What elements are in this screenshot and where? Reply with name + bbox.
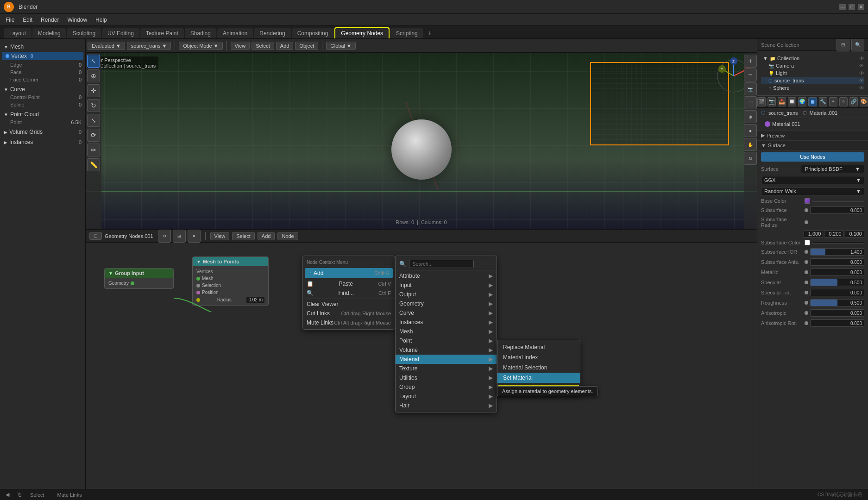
light-vis-icon[interactable]: 👁 <box>859 70 864 76</box>
mesh-to-points-node[interactable]: ▼ Mesh to Points Vertices Mesh <box>192 256 269 306</box>
tab-compositing[interactable]: Compositing <box>292 28 334 38</box>
sub-item-group[interactable]: Group ▶ <box>396 382 497 392</box>
cursor-tool-button[interactable]: ⊕ <box>87 69 100 82</box>
node-close-icon[interactable]: ✕ <box>188 230 201 243</box>
menu-render[interactable]: Render <box>37 16 63 24</box>
sub-item-hair[interactable]: Hair ▶ <box>396 401 497 410</box>
metallic-bar[interactable]: 0.000 <box>810 269 864 276</box>
source-trans-vis-icon[interactable]: 👁 <box>859 78 864 83</box>
props-physics-btn[interactable]: ⚛ <box>839 97 848 106</box>
surface-section-header[interactable]: ▼ Surface <box>757 141 868 150</box>
global-dropdown[interactable]: Global ▼ <box>326 42 356 50</box>
sub-item-layout[interactable]: Layout ▶ <box>396 392 497 401</box>
specular-tint-bar[interactable]: 0.000 <box>810 289 864 296</box>
surface-shader-dropdown[interactable]: Principled BSDF ▼ <box>801 165 864 173</box>
tab-layout[interactable]: Layout <box>4 28 31 38</box>
tab-texture-paint[interactable]: Texture Paint <box>140 28 184 38</box>
menu-window[interactable]: Window <box>63 16 91 24</box>
specular-bar[interactable]: 0.500 <box>810 279 864 286</box>
props-constraints-btn[interactable]: 🔗 <box>849 97 858 106</box>
rotate-tool-button[interactable]: ↻ <box>87 99 100 112</box>
source-trans-dropdown[interactable]: source_trans ▼ <box>127 42 171 50</box>
transform-tool-button[interactable]: ⟳ <box>87 129 100 142</box>
3d-viewport[interactable]: User Perspective (1) Collection | source… <box>86 53 757 229</box>
maximize-button[interactable]: □ <box>849 4 855 10</box>
material-index-item[interactable]: Material Index <box>497 352 580 362</box>
menu-file[interactable]: File <box>2 16 18 24</box>
ctx-mute-links-item[interactable]: Mute Links Ctrl Alt drag-Right Mouse <box>303 318 395 327</box>
sub-item-instances[interactable]: Instances ▶ <box>396 318 497 327</box>
subsurface-radius-x[interactable]: 1.000 <box>804 230 823 238</box>
sub-item-volume[interactable]: Volume ▶ <box>396 345 497 355</box>
ctx-find-item[interactable]: 🔍 Find... Ctrl F <box>303 288 395 298</box>
props-output-btn[interactable]: 📤 <box>778 97 786 106</box>
vertex-row[interactable]: Vertex 0 <box>2 52 83 60</box>
menu-help[interactable]: Help <box>92 16 111 24</box>
sub-item-mesh[interactable]: Mesh ▶ <box>396 327 497 336</box>
mesh-header[interactable]: ▼ Mesh <box>0 43 85 51</box>
replace-material-item[interactable]: Replace Material <box>497 342 580 352</box>
measure-tool-button[interactable]: 📏 <box>87 158 100 171</box>
ctx-paste-item[interactable]: 📋 Paste Ctrl V <box>303 279 395 288</box>
anisotropic-rot-bar[interactable]: 0.000 <box>810 319 864 327</box>
props-render-btn[interactable]: 📷 <box>767 97 776 106</box>
subsurface-anis-bar[interactable]: 0.000 <box>810 258 864 266</box>
scene-item-source-trans[interactable]: ⬡ source_trans 👁 <box>761 77 864 84</box>
use-nodes-button[interactable]: Use Nodes <box>761 152 864 162</box>
object-menu[interactable]: Object <box>295 42 318 50</box>
random-walk-dropdown[interactable]: Random Walk ▼ <box>761 187 864 195</box>
tab-sculpting[interactable]: Sculpting <box>67 28 101 38</box>
props-particles-btn[interactable]: ✦ <box>829 97 837 106</box>
node-select-menu[interactable]: Select <box>232 232 255 240</box>
menu-edit[interactable]: Edit <box>19 16 36 24</box>
node-copy-icon[interactable]: ⊞ <box>173 230 186 243</box>
tab-modeling[interactable]: Modeling <box>32 28 66 38</box>
sub-item-geometry[interactable]: Geometry ▶ <box>396 299 497 308</box>
subsurface-radius-y[interactable]: 0.200 <box>824 230 843 238</box>
scale-tool-button[interactable]: ⤡ <box>87 114 100 127</box>
props-view-layer-btn[interactable]: 🔲 <box>788 97 796 106</box>
zoom-in-button[interactable]: + <box>744 55 757 68</box>
node-link-icon[interactable]: ⟲ <box>158 230 171 243</box>
tab-scripting[interactable]: Scripting <box>390 28 423 38</box>
tab-shading[interactable]: Shading <box>185 28 216 38</box>
pan-button[interactable]: ✋ <box>744 138 757 151</box>
props-modifier-btn[interactable]: 🔧 <box>819 97 827 106</box>
tab-geometry-nodes[interactable]: Geometry Nodes <box>334 27 390 38</box>
tab-animation[interactable]: Animation <box>217 28 253 38</box>
sphere-object[interactable] <box>391 119 452 180</box>
object-mode-dropdown[interactable]: Object Mode ▼ <box>179 42 222 50</box>
roughness-bar[interactable]: 0.500 <box>810 299 864 306</box>
point-cloud-header[interactable]: ▼ Point Cloud <box>0 110 85 119</box>
sub-item-input[interactable]: Input ▶ <box>396 281 497 290</box>
volume-grids-header[interactable]: ▶ Volume Grids 0 <box>0 128 85 136</box>
select-tool-button[interactable]: ↖ <box>87 55 100 68</box>
props-material-btn[interactable]: 🎨 <box>860 97 868 106</box>
sub-item-curve[interactable]: Curve ▶ <box>396 308 497 318</box>
camera-vis-icon[interactable]: 👁 <box>859 63 864 69</box>
node-canvas[interactable]: ▼ Group Input Geometry ▼ Mesh to Poin <box>86 243 757 500</box>
zoom-out-button[interactable]: − <box>744 69 757 81</box>
minimize-button[interactable]: — <box>839 4 846 10</box>
tab-rendering[interactable]: Rendering <box>254 28 290 38</box>
overlay-button[interactable]: ⊕ <box>744 110 757 123</box>
sub-item-texture[interactable]: Texture ▶ <box>396 364 497 373</box>
sub-item-utilities[interactable]: Utilities ▶ <box>396 373 497 382</box>
scene-item-camera[interactable]: 📷 Camera 👁 <box>761 62 864 69</box>
collection-vis-icon[interactable]: 👁 <box>859 56 864 61</box>
base-color-input[interactable] <box>812 200 864 202</box>
preview-section-header[interactable]: ▶ Preview <box>757 131 868 141</box>
group-input-node[interactable]: ▼ Group Input Geometry <box>104 268 174 289</box>
scene-filter-icon[interactable]: ⊟ <box>837 39 849 51</box>
sub-item-material[interactable]: Material ▶ <box>396 355 497 364</box>
shading-button[interactable]: ● <box>744 124 757 137</box>
set-material-item[interactable]: Set Material <box>497 373 580 383</box>
ctx-add-button[interactable]: + Add Shift A <box>305 268 393 278</box>
tab-uv-editing[interactable]: UV Editing <box>102 28 139 38</box>
curve-header[interactable]: ▼ Curve <box>0 85 85 94</box>
view-menu[interactable]: View <box>231 42 250 50</box>
radius-value[interactable]: 0.02 m <box>246 297 264 303</box>
sub-item-attribute[interactable]: Attribute ▶ <box>396 271 497 281</box>
node-view-menu[interactable]: View <box>210 232 230 240</box>
subsurface-ior-bar[interactable]: 1.400 <box>810 248 864 256</box>
